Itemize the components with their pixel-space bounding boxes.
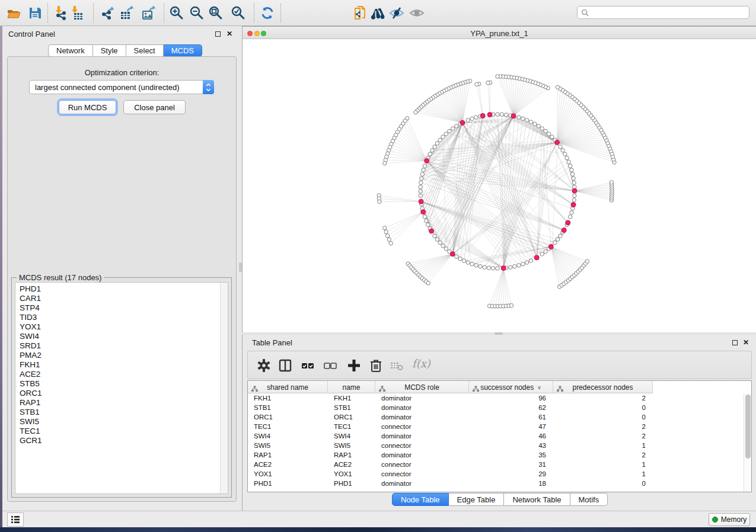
mcds-result-item[interactable]: FKH1 — [20, 360, 228, 370]
mcds-result-item[interactable]: TEC1 — [20, 427, 228, 436]
export-table-icon[interactable] — [119, 5, 135, 21]
show-columns-icon[interactable] — [277, 358, 293, 373]
table-panel-title: Table Panel — [252, 338, 292, 347]
memory-label: Memory — [721, 515, 747, 524]
mcds-result-item[interactable]: CAR1 — [20, 294, 228, 303]
import-table-icon[interactable] — [69, 5, 84, 21]
vertical-splitter-handle[interactable] — [239, 262, 242, 272]
float-panel-icon[interactable] — [215, 31, 221, 37]
mcds-result-item[interactable]: GCR1 — [20, 436, 228, 446]
close-panel-icon[interactable]: ✕ — [227, 31, 232, 37]
network-window-titlebar[interactable]: YPA_prune.txt_1 — [243, 26, 756, 39]
mcds-result-item[interactable]: TID3 — [20, 313, 228, 322]
close-panel-button[interactable]: Close panel — [123, 100, 186, 114]
zoom-out-icon[interactable] — [189, 5, 205, 21]
select-all-icon[interactable] — [300, 358, 315, 373]
mcds-result-item[interactable]: STB1 — [20, 408, 228, 417]
table-scrollbar[interactable] — [744, 393, 751, 492]
table-row[interactable]: RAP1RAP1dominator352 — [248, 450, 744, 460]
delete-column-icon[interactable] — [368, 358, 384, 373]
column-header-successor-nodes[interactable]: successor nodes∨ — [469, 381, 553, 393]
cell-shared-name: YOX1 — [248, 469, 328, 479]
column-header-name[interactable]: name — [328, 381, 375, 393]
cell-MCDS-role: dominator — [375, 431, 469, 441]
table-scrollbar-thumb[interactable] — [745, 395, 751, 459]
cell-predecessor-nodes: 1 — [553, 460, 653, 469]
mcds-result-item[interactable]: ORC1 — [20, 389, 228, 398]
tab-node-table[interactable]: Node Table — [392, 493, 449, 506]
column-header-shared-name[interactable]: shared name — [248, 381, 328, 393]
memory-button[interactable]: Memory — [709, 513, 750, 526]
cell-MCDS-role: dominator — [375, 450, 469, 460]
tab-motifs[interactable]: Motifs — [570, 493, 608, 506]
table-row[interactable]: SWI4SWI4dominator462 — [248, 431, 744, 441]
mcds-result-item[interactable]: STP4 — [20, 303, 228, 313]
criterion-select[interactable]: largest connected component (undirected) — [29, 80, 214, 94]
tab-network[interactable]: Network — [48, 44, 93, 57]
refresh-icon[interactable] — [260, 5, 275, 21]
network-canvas[interactable] — [243, 39, 756, 332]
export-network-icon[interactable] — [100, 5, 115, 21]
cell-name: SWI4 — [328, 431, 375, 441]
mcds-result-item[interactable]: ACE2 — [20, 370, 228, 379]
table-row[interactable]: STB1STB1dominator620 — [248, 403, 744, 412]
search-network-icon[interactable] — [370, 5, 385, 21]
search-box[interactable] — [577, 6, 749, 19]
search-input[interactable] — [591, 8, 749, 17]
mcds-result-list[interactable]: PHD1CAR1STP4TID3YOX1SWI4SRD1PMA2FKH1ACE2… — [15, 282, 228, 494]
cell-name: RAP1 — [328, 450, 375, 460]
delete-table-icon — [389, 358, 404, 373]
toolbar-separator — [280, 4, 281, 23]
float-table-panel-icon[interactable] — [732, 340, 738, 345]
hide-panel-icon[interactable] — [389, 5, 404, 21]
cell-MCDS-role: dominator — [375, 403, 469, 412]
add-column-icon[interactable] — [346, 358, 362, 373]
control-panel: Control Panel ✕ NetworkStyleSelectMCDS O… — [2, 26, 239, 511]
tab-network-table[interactable]: Network Table — [504, 493, 570, 506]
show-panels-list-button[interactable] — [7, 512, 24, 527]
cell-predecessor-nodes: 2 — [553, 431, 653, 441]
table-row[interactable]: YOX1YOX1connector291 — [248, 469, 744, 479]
main-toolbar — [0, 0, 756, 26]
table-settings-gear-icon[interactable] — [256, 358, 272, 373]
mcds-result-item[interactable]: PHD1 — [20, 284, 228, 294]
mcds-result-item[interactable]: PMA2 — [20, 351, 228, 360]
cell-MCDS-role: connector — [375, 469, 469, 479]
zoom-selected-icon[interactable] — [231, 5, 246, 21]
show-panel-icon[interactable] — [409, 5, 425, 21]
mcds-result-item[interactable]: SRD1 — [20, 341, 228, 351]
close-table-panel-icon[interactable]: ✕ — [743, 339, 749, 346]
mcds-list-scrollbar[interactable] — [220, 283, 228, 493]
table-row[interactable]: FKH1FKH1dominator962 — [248, 393, 744, 403]
run-mcds-button[interactable]: Run MCDS — [59, 100, 116, 114]
column-header-MCDS-role[interactable]: MCDS role — [375, 381, 469, 393]
mcds-result-item[interactable]: YOX1 — [20, 322, 228, 332]
tab-style[interactable]: Style — [93, 44, 126, 57]
tab-mcds[interactable]: MCDS — [164, 44, 202, 57]
table-row[interactable]: ACE2ACE2connector311 — [248, 460, 744, 469]
zoom-fit-icon[interactable] — [208, 5, 224, 21]
mcds-result-item[interactable]: SWI4 — [20, 332, 228, 341]
deselect-all-icon[interactable] — [323, 358, 338, 373]
open-file-icon[interactable] — [6, 5, 21, 21]
table-panel: Table Panel ✕ f(x) shared namenameMCDS r… — [242, 335, 756, 511]
table-row[interactable]: SWI5SWI5connector431 — [248, 441, 744, 450]
column-header-predecessor-nodes[interactable]: predecessor nodes — [553, 381, 653, 393]
mcds-result-item[interactable]: RAP1 — [20, 398, 228, 408]
export-image-icon[interactable] — [141, 5, 157, 21]
sort-indicator-icon: ∨ — [537, 384, 541, 390]
table-row[interactable]: ORC1ORC1dominator610 — [248, 412, 744, 422]
import-network-icon[interactable] — [53, 5, 69, 21]
table-row[interactable]: PHD1PHD1dominator180 — [248, 479, 744, 488]
tab-edge-table[interactable]: Edge Table — [449, 493, 505, 506]
node-table[interactable]: shared namenameMCDS rolesuccessor nodes∨… — [247, 380, 752, 492]
zoom-in-icon[interactable] — [169, 5, 184, 21]
mcds-result-item[interactable]: SWI5 — [20, 417, 228, 427]
control-panel-title: Control Panel — [8, 30, 55, 39]
tab-select[interactable]: Select — [126, 44, 164, 57]
save-icon[interactable] — [27, 5, 43, 21]
toolbar-separator — [164, 4, 164, 23]
mcds-result-item[interactable]: STB5 — [20, 379, 228, 389]
table-row[interactable]: TEC1TEC1connector472 — [248, 422, 744, 431]
clone-network-icon[interactable] — [353, 5, 368, 21]
